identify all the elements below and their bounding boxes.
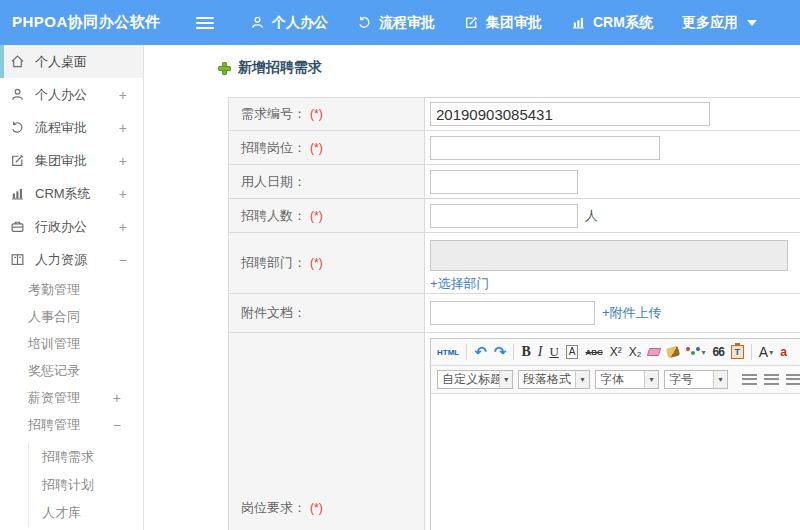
nav-group-approval[interactable]: 集团审批	[464, 14, 542, 32]
field-value-cell	[425, 131, 800, 164]
page-header: 新增招聘需求	[218, 55, 322, 81]
page-title: 新增招聘需求	[238, 59, 322, 77]
select-value: 字号	[665, 371, 697, 388]
paste-text-icon[interactable]: T	[731, 345, 744, 359]
toolbar-separator	[751, 344, 752, 360]
sidebar-item-talent-pool[interactable]: 人才库	[29, 499, 143, 527]
sidebar-item-group-approval[interactable]: 集团审批 +	[0, 144, 143, 177]
strikethrough-button[interactable]: ABC	[585, 348, 602, 357]
app-brand: PHPOA协同办公软件	[0, 13, 196, 32]
italic-button[interactable]: I	[538, 344, 543, 360]
sidebar-item-label: 行政办公	[35, 218, 87, 236]
sidebar-item-label: 集团审批	[35, 152, 87, 170]
sidebar-item-label: 招聘需求	[42, 448, 94, 466]
font-border-button[interactable]: A	[566, 345, 579, 359]
sidebar-item-admin-office[interactable]: 行政办公 +	[0, 210, 143, 243]
caret-down-icon: ▾	[701, 348, 705, 357]
nav-crm-system[interactable]: CRM系统	[571, 14, 653, 32]
sidebar-item-rewards[interactable]: 奖惩记录	[0, 357, 143, 384]
select-value: 段落格式	[519, 371, 575, 388]
required-mark: (*)	[310, 107, 323, 121]
sidebar-item-training[interactable]: 培训管理	[0, 330, 143, 357]
expand-indicator[interactable]: +	[119, 153, 127, 169]
sidebar-item-label: CRM系统	[35, 185, 91, 203]
html-source-button[interactable]: HTML	[437, 348, 459, 357]
font-color-button[interactable]: A ▾	[759, 344, 773, 360]
superscript-button[interactable]: X²	[610, 345, 622, 359]
bold-button[interactable]: B	[521, 344, 530, 360]
align-left-icon[interactable]	[742, 374, 757, 385]
hamburger-icon[interactable]	[196, 17, 214, 29]
custom-title-select[interactable]: 自定义标题 ▾	[437, 370, 513, 389]
headcount-input[interactable]	[430, 204, 578, 228]
sidebar-item-attendance[interactable]: 考勤管理	[0, 276, 143, 303]
nav-more-apps[interactable]: 更多应用	[682, 14, 757, 32]
select-department-link[interactable]: +选择部门	[430, 275, 490, 293]
sidebar-item-recruitment[interactable]: 招聘管理 −	[0, 411, 143, 438]
sidebar-item-salary[interactable]: 薪资管理 +	[0, 384, 143, 411]
sidebar: 个人桌面 个人办公 + 流程审批 + 集团审批	[0, 45, 144, 530]
caret-down-icon: ▾	[769, 348, 773, 357]
book-icon	[10, 252, 26, 267]
blockquote-button[interactable]: 66	[712, 345, 723, 359]
sidebar-item-recruit-demand[interactable]: 招聘需求	[29, 443, 143, 471]
nav-label: 更多应用	[682, 14, 738, 32]
nav-process-approval[interactable]: 流程审批	[357, 14, 435, 32]
attachment-input[interactable]	[430, 301, 595, 325]
required-mark: (*)	[310, 141, 323, 155]
font-size-select[interactable]: 字号 ▾	[664, 370, 728, 389]
eraser-icon[interactable]	[647, 348, 662, 356]
top-nav: 个人办公 流程审批 集团审批 CRM系统 更多	[250, 14, 757, 32]
expand-indicator[interactable]: +	[119, 219, 127, 235]
undo-icon[interactable]: ↶	[474, 343, 487, 361]
align-right-icon[interactable]	[786, 374, 800, 385]
editor-content-area[interactable]	[431, 394, 800, 530]
alignment-buttons	[742, 374, 800, 385]
date-input[interactable]	[430, 170, 578, 194]
field-label: 招聘人数：	[241, 207, 306, 225]
department-textarea[interactable]	[430, 240, 788, 271]
recruit-demand-form: 需求编号： (*) 招聘岗位： (*) 用人日期：	[228, 97, 800, 530]
sidebar-item-personal-desktop[interactable]: 个人桌面	[0, 45, 143, 78]
nav-personal-office[interactable]: 个人办公	[250, 14, 328, 32]
sidebar-item-hr-contract[interactable]: 人事合同	[0, 303, 143, 330]
sidebar-item-label: 奖惩记录	[28, 362, 80, 380]
paragraph-format-select[interactable]: 段落格式 ▾	[518, 370, 590, 389]
add-icon	[218, 62, 231, 75]
expand-indicator[interactable]: −	[119, 252, 127, 268]
sidebar-item-crm-system[interactable]: CRM系统 +	[0, 177, 143, 210]
edit-icon	[464, 15, 479, 30]
subscript-button[interactable]: X₂	[629, 345, 642, 359]
align-center-icon[interactable]	[764, 374, 779, 385]
sidebar-item-recruit-plan[interactable]: 招聘计划	[29, 471, 143, 499]
field-label-cell: 招聘部门： (*)	[229, 233, 425, 293]
form-row-requirements: 岗位要求： (*) HTML ↶ ↷ B I U	[229, 333, 800, 530]
expand-indicator[interactable]: +	[113, 390, 121, 406]
format-painter-icon[interactable]	[666, 346, 680, 359]
field-value-cell	[425, 98, 800, 130]
expand-indicator[interactable]: +	[119, 186, 127, 202]
attachment-upload-link[interactable]: +附件上传	[602, 304, 662, 322]
position-input[interactable]	[430, 136, 660, 160]
highlight-color-button[interactable]: ▾	[686, 347, 705, 357]
demand-no-input[interactable]	[430, 102, 710, 126]
expand-indicator[interactable]: −	[113, 417, 121, 433]
edit-icon	[10, 153, 26, 168]
font-color-label: A	[759, 344, 768, 360]
expand-indicator[interactable]: +	[119, 87, 127, 103]
caret-down-icon: ▾	[499, 371, 512, 388]
autotypeset-button[interactable]: a	[780, 345, 787, 359]
process-icon	[357, 15, 372, 30]
sidebar-item-label: 招聘计划	[42, 476, 94, 494]
field-label-cell: 需求编号： (*)	[229, 98, 425, 130]
redo-icon[interactable]: ↷	[494, 343, 507, 361]
caret-down-icon: ▾	[575, 371, 589, 388]
sidebar-item-label: 人力资源	[35, 251, 87, 269]
font-family-select[interactable]: 字体 ▾	[595, 370, 659, 389]
expand-indicator[interactable]: +	[119, 120, 127, 136]
field-label-cell: 招聘人数： (*)	[229, 199, 425, 232]
sidebar-item-process-approval[interactable]: 流程审批 +	[0, 111, 143, 144]
sidebar-item-personal-office[interactable]: 个人办公 +	[0, 78, 143, 111]
sidebar-item-human-resources[interactable]: 人力资源 −	[0, 243, 143, 276]
underline-button[interactable]: U	[549, 344, 558, 360]
